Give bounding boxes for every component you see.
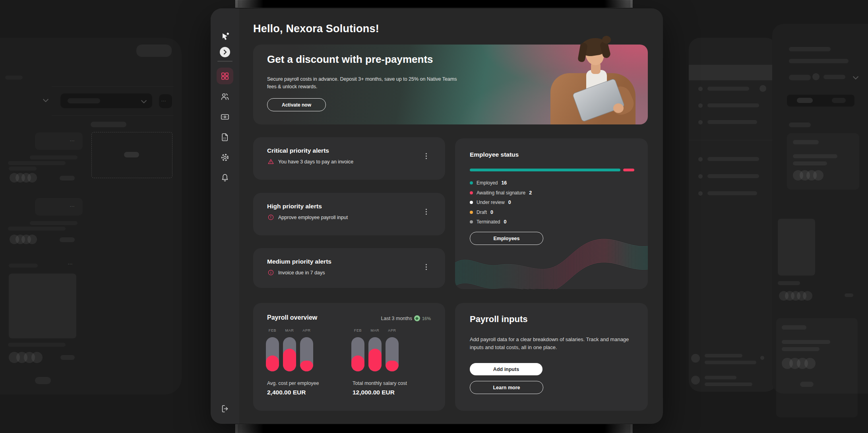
payroll-inputs-card: Payroll inputs Add payroll data for a cl…	[455, 303, 648, 411]
card-description: Add payroll data for a clear breakdown o…	[470, 336, 634, 351]
month-label: FEB	[266, 328, 279, 332]
settings-gear-icon	[220, 153, 230, 162]
ellipsis-icon: …	[70, 202, 76, 208]
skeleton-avatar-group	[10, 235, 37, 244]
backdrop-band-top	[238, 0, 630, 8]
legend-row: Terminated 0	[470, 217, 532, 227]
skeleton-image	[9, 274, 76, 338]
chevron-right-icon	[220, 47, 230, 57]
skeleton-bar	[5, 76, 23, 80]
skeleton-pill	[91, 122, 126, 127]
legend-dot	[470, 201, 473, 204]
skeleton-bar	[707, 157, 759, 161]
bars	[351, 337, 399, 371]
sidebar-item-settings[interactable]	[220, 153, 230, 162]
payroll-overview-card: Payroll overview Last 3 months 16% FEB M…	[253, 303, 445, 411]
alert-circle-icon	[267, 214, 274, 221]
employees-button[interactable]: Employees	[470, 232, 543, 245]
sidebar-collapse-button[interactable]	[220, 47, 230, 57]
legend-count: 0	[504, 219, 506, 225]
alert-menu-button[interactable]	[424, 151, 428, 161]
alert-menu-button[interactable]	[424, 207, 428, 216]
skeleton-bar	[9, 264, 38, 268]
skeleton-avatar-group	[9, 352, 43, 363]
static-noise	[604, 424, 633, 433]
sidebar-item-dashboard[interactable]	[221, 72, 230, 81]
bar-fill	[283, 349, 296, 371]
legend-label: Employed	[477, 180, 498, 186]
alert-row: Approve employee payroll input	[267, 214, 348, 221]
sidebar-item-notifications[interactable]	[220, 173, 230, 183]
skeleton-bar	[30, 221, 78, 225]
change-value: 16%	[422, 316, 431, 321]
legend-row: Under review 0	[470, 198, 532, 208]
skeleton-bar	[789, 59, 849, 63]
sidebar-item-employees[interactable]	[220, 92, 230, 101]
month-label: APR	[300, 328, 313, 332]
skeleton-bar	[782, 347, 820, 351]
skeleton-pill	[60, 237, 75, 242]
progress-segment-awaiting	[623, 169, 634, 171]
skeleton-image	[778, 219, 815, 276]
period-label: Last 3 months	[381, 316, 412, 321]
card-title: Employee status	[470, 151, 519, 158]
alert-menu-button[interactable]	[424, 262, 428, 272]
activate-now-button[interactable]: Activate now	[267, 98, 326, 111]
sidebar-item-documents[interactable]	[220, 132, 230, 142]
photo-lapel-shape	[582, 77, 596, 109]
metric-value: 2,400.00 EUR	[267, 389, 306, 396]
banner-title: Get a discount with pre-payments	[267, 53, 433, 66]
skeleton-bar	[707, 120, 757, 124]
skeleton-dot	[698, 103, 703, 108]
app-window: Hello, Nexora Solutions! Get a discount …	[211, 8, 663, 424]
skeleton-dot	[698, 87, 703, 91]
alert-card-medium: Medium priority alerts Invoice due in 7 …	[253, 248, 445, 288]
month-label: MAR	[283, 328, 296, 332]
learn-more-button[interactable]: Learn more	[470, 381, 543, 394]
documents-icon	[220, 132, 230, 142]
ellipsis-icon: …	[70, 136, 76, 142]
skeleton-bar	[707, 87, 749, 91]
skeleton-pill	[800, 382, 814, 387]
employee-status-card: Employee status Employed 16 Awaiting fin…	[455, 138, 648, 289]
alert-row: Invoice due in 7 days	[267, 269, 325, 276]
metric-label: Total monthly salary cost	[353, 381, 407, 386]
static-noise	[604, 0, 633, 8]
bar-track	[368, 337, 382, 371]
skeleton-bar	[68, 98, 100, 103]
skeleton-button	[136, 45, 172, 57]
skeleton-bar	[845, 293, 853, 297]
month-labels: FEB MAR APR	[266, 328, 313, 332]
skeleton-bar	[707, 174, 759, 178]
skeleton-pill	[60, 176, 75, 181]
card-title: Payroll overview	[267, 314, 317, 321]
skeleton-avatar	[691, 376, 700, 384]
photo-face-shape	[584, 41, 605, 66]
skeleton-bar	[8, 161, 66, 165]
photo-hair-shape	[599, 41, 611, 59]
metric-value: 12,000.00 EUR	[353, 389, 395, 396]
legend-row: Employed 16	[470, 178, 532, 188]
skeleton-dot	[812, 73, 820, 80]
sidebar-divider	[217, 61, 232, 62]
photo-neck-shape	[591, 62, 601, 74]
bar-track	[300, 337, 313, 371]
sidebar-item-payments[interactable]	[220, 112, 230, 122]
skeleton-avatar-group	[782, 358, 816, 369]
bar-fill	[266, 355, 279, 371]
photo-laptop-shape	[572, 78, 625, 122]
skeleton-dot	[698, 174, 703, 179]
bar-track	[351, 337, 364, 371]
skeleton-card	[35, 198, 83, 216]
native-teams-logo	[220, 31, 230, 42]
month-label: MAR	[368, 328, 382, 332]
add-inputs-button[interactable]: Add inputs	[470, 363, 542, 375]
legend-dot	[470, 191, 473, 194]
legend-row: Draft 0	[470, 208, 532, 217]
skeleton-bar	[705, 354, 742, 357]
sidebar-logout-button[interactable]	[220, 404, 230, 414]
card-title: Payroll inputs	[470, 314, 527, 324]
legend-dot	[470, 211, 473, 214]
skeleton-bar	[30, 155, 78, 159]
alert-title: High priority alerts	[267, 203, 322, 210]
